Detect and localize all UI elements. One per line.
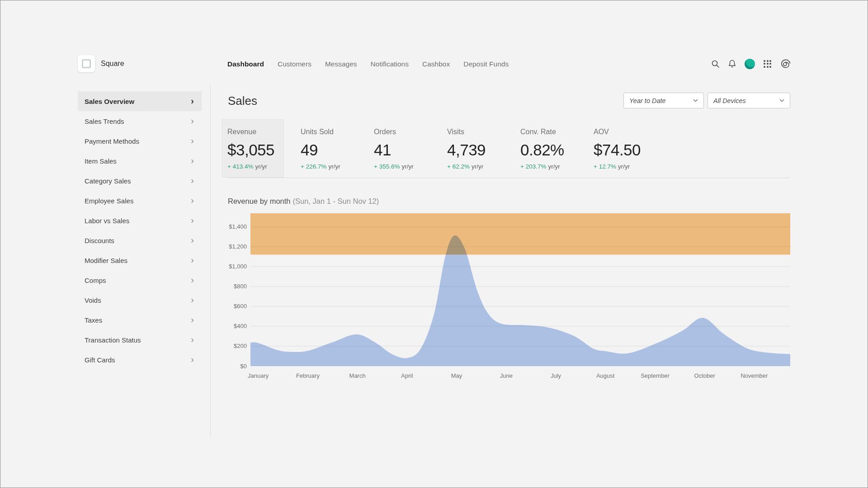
- svg-text:April: April: [401, 372, 413, 379]
- svg-text:January: January: [248, 372, 269, 379]
- sidebar-item-label: Comps: [85, 277, 106, 284]
- metric-value: $3,055: [227, 141, 301, 159]
- sidebar-item-discounts[interactable]: Discounts ›: [78, 230, 202, 250]
- svg-text:May: May: [451, 372, 462, 379]
- sidebar-item-payment-methods[interactable]: Payment Methods ›: [78, 131, 202, 151]
- chevron-right-icon: ›: [191, 334, 194, 344]
- svg-text:June: June: [500, 372, 513, 379]
- nav-item-messages[interactable]: Messages: [325, 60, 357, 68]
- sidebar-item-category-sales[interactable]: Category Sales ›: [78, 171, 202, 191]
- svg-text:$600: $600: [234, 303, 247, 310]
- user-avatar[interactable]: [745, 59, 755, 69]
- revenue-chart-svg: $0$200$400$600$800$1,000$1,200$1,400Janu…: [223, 213, 797, 389]
- sidebar-item-label: Employee Sales: [85, 197, 133, 205]
- metric-delta: + 12.7%yr/yr: [594, 163, 667, 170]
- chevron-down-icon: [693, 99, 698, 102]
- chart-highlight-band: [250, 213, 790, 255]
- chevron-right-icon: ›: [191, 175, 194, 185]
- sidebar-item-label: Discounts: [85, 237, 114, 244]
- sidebar-item-label: Item Sales: [85, 157, 117, 165]
- svg-text:$1,000: $1,000: [229, 263, 247, 270]
- devices-value: All Devices: [713, 97, 746, 104]
- chart-title: Revenue by month(Sun, Jan 1 - Sun Nov 12…: [228, 197, 379, 206]
- nav-item-dashboard[interactable]: Dashboard: [227, 60, 264, 68]
- chevron-right-icon: ›: [191, 235, 194, 244]
- metric-card-visits[interactable]: Visits 4,739 + 62.2%yr/yr: [447, 128, 520, 170]
- sidebar-item-label: Transaction Status: [85, 336, 141, 344]
- date-range-select[interactable]: Year to Date: [623, 93, 704, 108]
- nav-item-deposit-funds[interactable]: Deposit Funds: [463, 60, 509, 68]
- chevron-right-icon: ›: [191, 275, 194, 284]
- revenue-area-series: [250, 235, 790, 366]
- svg-text:$800: $800: [234, 283, 247, 290]
- sidebar-item-transaction-status[interactable]: Transaction Status ›: [78, 330, 202, 350]
- sidebar-item-taxes[interactable]: Taxes ›: [78, 310, 202, 330]
- svg-text:$0: $0: [241, 363, 247, 370]
- bell-icon[interactable]: [728, 60, 736, 68]
- metric-value: 0.82%: [520, 141, 594, 159]
- sidebar-item-sales-trends[interactable]: Sales Trends ›: [78, 111, 202, 131]
- svg-text:March: March: [349, 372, 366, 379]
- date-range-value: Year to Date: [629, 97, 666, 104]
- metric-label: Units Sold: [301, 128, 374, 136]
- metric-delta: + 355.6%yr/yr: [374, 163, 447, 170]
- apps-grid-icon[interactable]: [764, 60, 771, 68]
- metric-card-orders[interactable]: Orders 41 + 355.6%yr/yr: [374, 128, 447, 170]
- sidebar-item-sales-overview[interactable]: Sales Overview ›: [78, 91, 202, 111]
- metric-value: 41: [374, 141, 447, 159]
- sidebar-item-item-sales[interactable]: Item Sales ›: [78, 151, 202, 171]
- top-nav: DashboardCustomersMessagesNotificationsC…: [227, 60, 509, 68]
- svg-text:November: November: [741, 372, 768, 379]
- chevron-right-icon: ›: [191, 295, 194, 304]
- square-dashboard-window: Square DashboardCustomersMessagesNotific…: [0, 0, 868, 488]
- svg-text:August: August: [596, 372, 615, 379]
- sidebar-item-label: Modifier Sales: [85, 257, 127, 264]
- metric-delta: + 413.4%yr/yr: [227, 163, 301, 170]
- sidebar-nav: Sales Overview › Sales Trends › Payment …: [78, 91, 202, 370]
- chevron-right-icon: ›: [191, 136, 194, 145]
- chevron-right-icon: ›: [191, 155, 194, 165]
- metric-delta: + 226.7%yr/yr: [301, 163, 374, 170]
- chevron-right-icon: ›: [191, 354, 194, 364]
- sidebar-divider: [210, 84, 211, 437]
- chevron-right-icon: ›: [191, 215, 194, 225]
- metric-card-revenue[interactable]: Revenue $3,055 + 413.4%yr/yr: [227, 128, 301, 170]
- metric-card-aov[interactable]: AOV $74.50 + 12.7%yr/yr: [594, 128, 667, 170]
- sidebar-item-labor-vs-sales[interactable]: Labor vs Sales ›: [78, 211, 202, 230]
- chevron-down-icon: [779, 99, 784, 102]
- metric-delta: + 62.2%yr/yr: [447, 163, 520, 170]
- square-logo[interactable]: [78, 55, 95, 72]
- chart-title-main: Revenue by month: [228, 197, 291, 205]
- sidebar-item-voids[interactable]: Voids ›: [78, 290, 202, 310]
- metric-label: AOV: [594, 128, 667, 136]
- devices-select[interactable]: All Devices: [708, 93, 790, 108]
- search-icon[interactable]: [711, 60, 720, 68]
- header-icons: [711, 58, 791, 70]
- sidebar-item-label: Gift Cards: [85, 356, 115, 364]
- sidebar-item-label: Sales Trends: [85, 117, 124, 125]
- sidebar-item-label: Taxes: [85, 316, 102, 324]
- sidebar-item-employee-sales[interactable]: Employee Sales ›: [78, 191, 202, 211]
- sidebar-item-gift-cards[interactable]: Gift Cards ›: [78, 350, 202, 370]
- sidebar-item-comps[interactable]: Comps ›: [78, 270, 202, 290]
- sidebar-item-modifier-sales[interactable]: Modifier Sales ›: [78, 250, 202, 270]
- suite-swirl-logo-icon[interactable]: [780, 59, 791, 69]
- metric-label: Conv. Rate: [520, 128, 594, 136]
- metric-label: Revenue: [227, 128, 301, 136]
- metric-value: 4,739: [447, 141, 520, 159]
- nav-item-customers[interactable]: Customers: [278, 60, 311, 68]
- nav-item-notifications[interactable]: Notifications: [371, 60, 409, 68]
- metric-value: 49: [301, 141, 374, 159]
- metric-card-conv-rate[interactable]: Conv. Rate 0.82% + 203.7%yr/yr: [520, 128, 594, 170]
- sidebar-item-label: Labor vs Sales: [85, 217, 129, 225]
- metrics-row: Revenue $3,055 + 413.4%yr/yr Units Sold …: [227, 128, 667, 170]
- metric-delta: + 203.7%yr/yr: [520, 163, 594, 170]
- svg-text:July: July: [551, 372, 561, 379]
- chevron-right-icon: ›: [191, 96, 194, 105]
- nav-item-cashbox[interactable]: Cashbox: [422, 60, 450, 68]
- sidebar-item-label: Category Sales: [85, 177, 131, 185]
- metric-card-units-sold[interactable]: Units Sold 49 + 226.7%yr/yr: [301, 128, 374, 170]
- metric-label: Orders: [374, 128, 447, 136]
- svg-text:$200: $200: [234, 343, 247, 349]
- page-title: Sales: [228, 94, 257, 108]
